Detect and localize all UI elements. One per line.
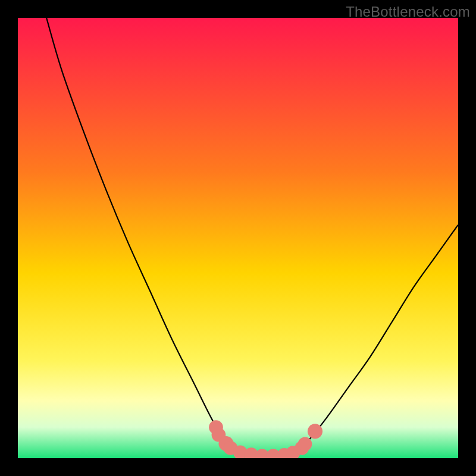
marker-dot <box>308 424 322 439</box>
chart-svg <box>18 18 458 458</box>
watermark-text: TheBottleneck.com <box>346 4 470 20</box>
chart-frame: TheBottleneck.com <box>0 0 476 476</box>
gradient-background <box>18 18 458 458</box>
plot-area <box>18 18 458 458</box>
marker-dot <box>298 437 312 451</box>
